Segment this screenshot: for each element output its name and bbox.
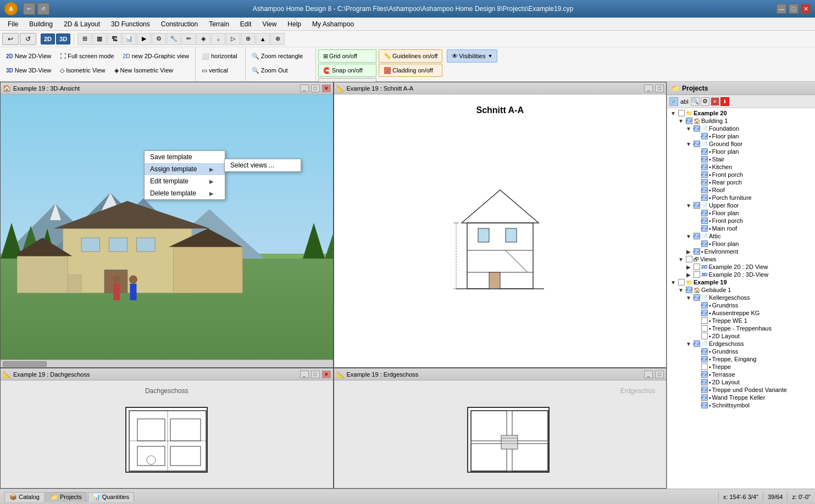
tree-checkbox-14[interactable]: ✓ (701, 217, 708, 224)
tb-icon2[interactable]: ▦ (92, 33, 107, 45)
tb-icon3[interactable]: 🏗 (107, 33, 121, 45)
menu-2d-layout[interactable]: 2D & Layout (58, 18, 106, 31)
tree-item-27[interactable]: ▪Treppe WE 1 (668, 317, 814, 324)
tree-checkbox-3[interactable]: ✓ (701, 133, 708, 139)
tree-expand-0[interactable]: ▼ (669, 110, 677, 116)
full-screen-btn[interactable]: ⛶ Full screen mode (56, 49, 118, 63)
catalog-tab[interactable]: 📦 Catalog (4, 492, 45, 502)
tree-item-24[interactable]: ▼✓📄Kellergeschoss (668, 294, 814, 301)
tree-expand-20[interactable]: ▶ (685, 264, 692, 270)
tree-expand-1[interactable]: ▼ (677, 118, 685, 124)
view-erd-minimize[interactable]: _ (644, 371, 653, 378)
panel-btn1[interactable]: 🔍 (691, 97, 700, 106)
tree-checkbox-38[interactable]: ✓ (701, 402, 708, 408)
quick-access-btn[interactable]: ↩ (23, 3, 35, 15)
grid-on-off-btn[interactable]: ⊞ Grid on/off (318, 49, 376, 63)
tree-checkbox-1[interactable]: ✓ (686, 117, 692, 124)
horizontal-btn[interactable]: ⬜ horizontal (198, 49, 243, 63)
tree-item-15[interactable]: ✓▪Main roof (668, 225, 814, 232)
tree-checkbox-36[interactable]: ✓ (701, 387, 708, 393)
tree-checkbox-23[interactable]: ✓ (686, 287, 692, 293)
delete-template-item[interactable]: Delete template ▶ (145, 187, 225, 199)
tree-item-35[interactable]: ✓▪2D Layout (668, 378, 814, 386)
menu-file[interactable]: File (2, 18, 24, 31)
tree-item-17[interactable]: ✓▪Floor plan (668, 240, 814, 248)
tree-expand-2[interactable]: ▼ (685, 126, 692, 132)
tree-item-29[interactable]: ▪2D Layout (668, 332, 814, 340)
zoom-rectangle-btn[interactable]: 🔍 Zoom rectangle (248, 49, 313, 63)
tb-icon12[interactable]: ⊕ (241, 33, 255, 45)
assign-template-item[interactable]: Assign template ▶ (145, 163, 225, 175)
tree-item-8[interactable]: ✓▪Front porch (668, 171, 814, 178)
tree-item-32[interactable]: ✓▪Treppe, Eingang (668, 355, 814, 363)
tb-icon14[interactable]: ⊗ (270, 33, 285, 45)
visibilities-btn[interactable]: 👁 Visibilities ▼ (447, 49, 497, 63)
tb-icon1[interactable]: ⊞ (77, 33, 92, 45)
tree-item-5[interactable]: ✓▪Floor plan (668, 148, 814, 155)
close-btn[interactable]: ✕ (801, 4, 811, 14)
menu-terrain[interactable]: Terrain (203, 18, 235, 31)
quick-access-btn2[interactable]: ↺ (37, 3, 49, 15)
menu-help[interactable]: Help (282, 18, 307, 31)
tree-checkbox-35[interactable]: ✓ (701, 379, 708, 385)
tree-item-25[interactable]: ✓▪Grundriss (668, 301, 814, 309)
tree-checkbox-16[interactable]: ✓ (694, 233, 700, 239)
tree-checkbox-2[interactable]: ✓ (694, 125, 700, 132)
tree-checkbox-24[interactable]: ✓ (694, 294, 700, 301)
tree-checkbox-31[interactable]: ✓ (701, 348, 708, 355)
tree-item-31[interactable]: ✓▪Grundriss (668, 348, 814, 355)
view-erd-maximize[interactable]: □ (655, 371, 664, 378)
tree-checkbox-7[interactable]: ✓ (701, 164, 708, 170)
tree-expand-19[interactable]: ▼ (677, 256, 685, 262)
tree-item-9[interactable]: ✓▪Rear porch (668, 178, 814, 186)
tree-item-11[interactable]: ✓▪Porch furniture (668, 194, 814, 201)
menu-my-ashampoo[interactable]: My Ashampoo (307, 18, 359, 31)
tree-checkbox-32[interactable]: ✓ (701, 356, 708, 362)
tree-item-19[interactable]: ▼🗗Views (668, 255, 814, 263)
quantities-tab[interactable]: 📊 Quantities (88, 492, 135, 502)
tb-icon11[interactable]: ▷ (226, 33, 240, 45)
tree-item-38[interactable]: ✓▪Schnittsymbol (668, 401, 814, 409)
edit-template-item[interactable]: Edit template ▶ (145, 175, 225, 187)
tb-icon13[interactable]: ▲ (256, 33, 270, 45)
tree-checkbox-15[interactable]: ✓ (701, 225, 708, 232)
redo-btn[interactable]: ↺ (20, 33, 36, 45)
view-3d-maximize[interactable]: □ (311, 85, 320, 92)
menu-edit[interactable]: Edit (235, 18, 257, 31)
tree-checkbox-28[interactable] (701, 325, 708, 332)
view-section-minimize[interactable]: _ (644, 85, 653, 92)
new-2d-graphic-btn[interactable]: 2D new 2D-Graphic view (119, 49, 193, 63)
tb-icon4[interactable]: 📊 (122, 33, 136, 45)
scroll-thumb-3d[interactable] (3, 361, 47, 367)
tree-item-23[interactable]: ▼✓🏠Gebäude 1 (668, 286, 814, 294)
tree-checkbox-25[interactable]: ✓ (701, 302, 708, 309)
2d-mode-btn[interactable]: 2D (41, 33, 55, 44)
tree-checkbox-20[interactable] (694, 264, 700, 270)
tree-checkbox-18[interactable]: ✓ (694, 248, 700, 255)
tree-checkbox-13[interactable]: ✓ (701, 210, 708, 216)
tree-checkbox-22[interactable] (678, 279, 685, 285)
tree-expand-30[interactable]: ▼ (685, 341, 692, 347)
tree-item-16[interactable]: ▼✓📄Attic (668, 232, 814, 240)
tree-checkbox-9[interactable]: ✓ (701, 179, 708, 186)
tree-expand-21[interactable]: ▶ (685, 272, 692, 278)
tb-icon8[interactable]: ✏ (181, 33, 196, 45)
tree-checkbox-12[interactable]: ✓ (694, 202, 700, 209)
tree-item-26[interactable]: ✓▪Aussentreppe KG (668, 309, 814, 317)
tree-checkbox-0[interactable] (678, 110, 685, 116)
tree-item-28[interactable]: ▪Treppe - Treppenhaus (668, 324, 814, 332)
panel-btn4[interactable]: ⬇ (720, 97, 729, 106)
new-3d-view-btn[interactable]: 3D New 3D-View (2, 64, 55, 77)
menu-building[interactable]: Building (24, 18, 58, 31)
tree-item-13[interactable]: ✓▪Floor plan (668, 209, 814, 217)
minimize-btn[interactable]: — (777, 4, 786, 14)
tree-checkbox-33[interactable] (701, 363, 708, 370)
tree-item-2[interactable]: ▼✓📄Foundation (668, 125, 814, 132)
view-3d-scroll[interactable] (1, 360, 333, 367)
tree-checkbox-37[interactable]: ✓ (701, 394, 708, 401)
tree-item-37[interactable]: ✓▪Wand Treppe Keller (668, 394, 814, 401)
tree-checkbox-29[interactable] (701, 333, 708, 339)
tree-checkbox-4[interactable]: ✓ (694, 141, 700, 147)
tree-checkbox-21[interactable] (694, 271, 700, 278)
panel-btn3[interactable]: ✕ (711, 97, 719, 106)
